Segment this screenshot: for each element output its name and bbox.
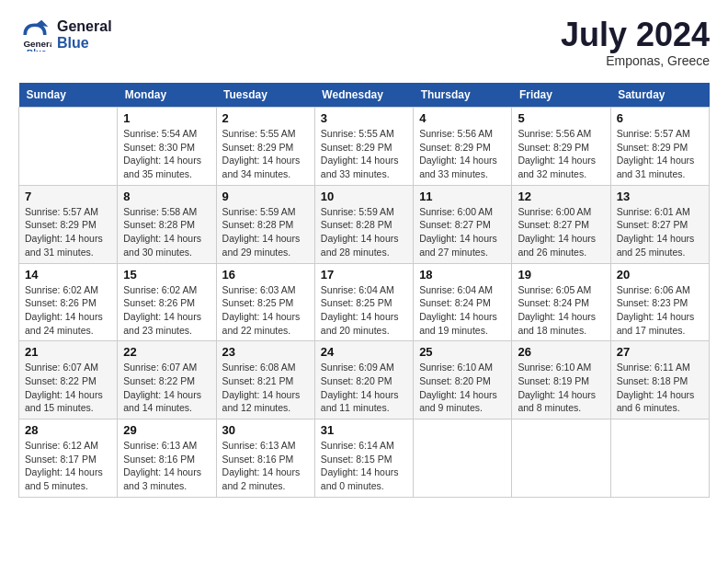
day-cell: 23Sunrise: 6:08 AM Sunset: 8:21 PM Dayli…: [216, 341, 314, 419]
day-number: 6: [617, 111, 703, 125]
day-number: 22: [123, 345, 210, 359]
day-info: Sunrise: 6:11 AM Sunset: 8:18 PM Dayligh…: [617, 361, 703, 415]
day-cell: [414, 419, 512, 498]
col-header-friday: Friday: [512, 83, 610, 108]
day-number: 25: [419, 345, 506, 359]
day-number: 9: [222, 190, 309, 203]
day-info: Sunrise: 6:10 AM Sunset: 8:19 PM Dayligh…: [518, 361, 604, 415]
day-info: Sunrise: 6:02 AM Sunset: 8:26 PM Dayligh…: [25, 283, 111, 338]
day-cell: [512, 419, 610, 498]
day-number: 12: [518, 190, 604, 203]
day-number: 24: [321, 345, 407, 359]
week-row-5: 28Sunrise: 6:12 AM Sunset: 8:17 PM Dayli…: [19, 419, 710, 498]
day-cell: 13Sunrise: 6:01 AM Sunset: 8:27 PM Dayli…: [610, 185, 709, 263]
day-cell: 7Sunrise: 5:57 AM Sunset: 8:29 PM Daylig…: [19, 185, 118, 263]
col-header-sunday: Sunday: [19, 83, 118, 108]
day-number: 13: [617, 190, 703, 203]
day-cell: 28Sunrise: 6:12 AM Sunset: 8:17 PM Dayli…: [19, 419, 118, 498]
day-info: Sunrise: 6:06 AM Sunset: 8:23 PM Dayligh…: [617, 283, 703, 338]
day-info: Sunrise: 6:05 AM Sunset: 8:24 PM Dayligh…: [518, 283, 604, 338]
day-number: 3: [321, 111, 407, 125]
day-info: Sunrise: 5:59 AM Sunset: 8:28 PM Dayligh…: [321, 205, 407, 259]
title-block: July 2024 Emponas, Greece: [561, 18, 710, 68]
day-info: Sunrise: 6:02 AM Sunset: 8:26 PM Dayligh…: [123, 283, 210, 338]
day-number: 23: [222, 345, 309, 359]
day-cell: 16Sunrise: 6:03 AM Sunset: 8:25 PM Dayli…: [216, 263, 314, 341]
col-header-wednesday: Wednesday: [314, 83, 413, 108]
week-row-1: 1Sunrise: 5:54 AM Sunset: 8:30 PM Daylig…: [19, 108, 710, 186]
day-cell: 2Sunrise: 5:55 AM Sunset: 8:29 PM Daylig…: [216, 108, 314, 186]
week-row-4: 21Sunrise: 6:07 AM Sunset: 8:22 PM Dayli…: [19, 341, 710, 419]
day-cell: [19, 108, 118, 186]
day-number: 8: [123, 190, 210, 203]
day-cell: 3Sunrise: 5:55 AM Sunset: 8:29 PM Daylig…: [314, 108, 413, 186]
day-number: 2: [222, 111, 309, 125]
day-number: 4: [419, 111, 506, 125]
day-number: 14: [25, 268, 111, 282]
day-info: Sunrise: 5:55 AM Sunset: 8:29 PM Dayligh…: [321, 127, 407, 181]
day-info: Sunrise: 6:13 AM Sunset: 8:16 PM Dayligh…: [123, 439, 210, 493]
day-number: 10: [321, 190, 407, 203]
day-number: 18: [419, 268, 506, 282]
logo-general: General: [57, 18, 112, 35]
day-info: Sunrise: 6:07 AM Sunset: 8:22 PM Dayligh…: [123, 361, 210, 415]
day-info: Sunrise: 6:08 AM Sunset: 8:21 PM Dayligh…: [222, 361, 309, 415]
day-info: Sunrise: 5:57 AM Sunset: 8:29 PM Dayligh…: [25, 205, 111, 259]
day-cell: 14Sunrise: 6:02 AM Sunset: 8:26 PM Dayli…: [19, 263, 118, 341]
col-header-monday: Monday: [118, 83, 216, 108]
month-title: July 2024: [561, 18, 710, 52]
day-info: Sunrise: 6:13 AM Sunset: 8:16 PM Dayligh…: [222, 439, 309, 493]
day-cell: 18Sunrise: 6:04 AM Sunset: 8:24 PM Dayli…: [414, 263, 512, 341]
day-number: 5: [518, 111, 604, 125]
day-info: Sunrise: 5:57 AM Sunset: 8:29 PM Dayligh…: [617, 127, 703, 181]
day-number: 28: [25, 423, 111, 437]
day-number: 7: [25, 190, 111, 203]
header-row: SundayMondayTuesdayWednesdayThursdayFrid…: [19, 83, 710, 108]
day-info: Sunrise: 5:58 AM Sunset: 8:28 PM Dayligh…: [123, 205, 210, 259]
day-info: Sunrise: 5:59 AM Sunset: 8:28 PM Dayligh…: [222, 205, 309, 259]
day-number: 11: [419, 190, 506, 203]
day-number: 19: [518, 268, 604, 282]
day-cell: 10Sunrise: 5:59 AM Sunset: 8:28 PM Dayli…: [314, 185, 413, 263]
day-number: 29: [123, 423, 210, 437]
day-cell: 22Sunrise: 6:07 AM Sunset: 8:22 PM Dayli…: [118, 341, 216, 419]
day-cell: 6Sunrise: 5:57 AM Sunset: 8:29 PM Daylig…: [610, 108, 709, 186]
day-cell: 8Sunrise: 5:58 AM Sunset: 8:28 PM Daylig…: [118, 185, 216, 263]
day-number: 26: [518, 345, 604, 359]
day-cell: 4Sunrise: 5:56 AM Sunset: 8:29 PM Daylig…: [414, 108, 512, 186]
day-number: 17: [321, 268, 407, 282]
svg-text:Blue: Blue: [27, 47, 47, 52]
day-info: Sunrise: 6:00 AM Sunset: 8:27 PM Dayligh…: [518, 205, 604, 259]
day-cell: 21Sunrise: 6:07 AM Sunset: 8:22 PM Dayli…: [19, 341, 118, 419]
day-info: Sunrise: 6:03 AM Sunset: 8:25 PM Dayligh…: [222, 283, 309, 338]
day-info: Sunrise: 6:14 AM Sunset: 8:15 PM Dayligh…: [321, 439, 407, 493]
day-info: Sunrise: 5:56 AM Sunset: 8:29 PM Dayligh…: [518, 127, 604, 181]
week-row-3: 14Sunrise: 6:02 AM Sunset: 8:26 PM Dayli…: [19, 263, 710, 341]
day-info: Sunrise: 5:55 AM Sunset: 8:29 PM Dayligh…: [222, 127, 309, 181]
day-cell: 20Sunrise: 6:06 AM Sunset: 8:23 PM Dayli…: [610, 263, 709, 341]
day-cell: 1Sunrise: 5:54 AM Sunset: 8:30 PM Daylig…: [118, 108, 216, 186]
day-cell: 15Sunrise: 6:02 AM Sunset: 8:26 PM Dayli…: [118, 263, 216, 341]
day-number: 31: [321, 423, 407, 437]
logo-blue: Blue: [57, 35, 112, 52]
day-cell: 31Sunrise: 6:14 AM Sunset: 8:15 PM Dayli…: [314, 419, 413, 498]
day-info: Sunrise: 6:12 AM Sunset: 8:17 PM Dayligh…: [25, 439, 111, 493]
col-header-thursday: Thursday: [414, 83, 512, 108]
page-header: General Blue General Blue July 2024 Empo…: [18, 18, 710, 68]
day-cell: 11Sunrise: 6:00 AM Sunset: 8:27 PM Dayli…: [414, 185, 512, 263]
day-cell: 29Sunrise: 6:13 AM Sunset: 8:16 PM Dayli…: [118, 419, 216, 498]
day-cell: 30Sunrise: 6:13 AM Sunset: 8:16 PM Dayli…: [216, 419, 314, 498]
day-cell: 17Sunrise: 6:04 AM Sunset: 8:25 PM Dayli…: [314, 263, 413, 341]
day-cell: 9Sunrise: 5:59 AM Sunset: 8:28 PM Daylig…: [216, 185, 314, 263]
day-info: Sunrise: 5:56 AM Sunset: 8:29 PM Dayligh…: [419, 127, 506, 181]
day-info: Sunrise: 6:07 AM Sunset: 8:22 PM Dayligh…: [25, 361, 111, 415]
day-cell: 24Sunrise: 6:09 AM Sunset: 8:20 PM Dayli…: [314, 341, 413, 419]
day-cell: 5Sunrise: 5:56 AM Sunset: 8:29 PM Daylig…: [512, 108, 610, 186]
logo: General Blue General Blue: [18, 18, 112, 52]
day-number: 21: [25, 345, 111, 359]
day-number: 30: [222, 423, 309, 437]
col-header-tuesday: Tuesday: [216, 83, 314, 108]
day-info: Sunrise: 5:54 AM Sunset: 8:30 PM Dayligh…: [123, 127, 210, 181]
day-info: Sunrise: 6:01 AM Sunset: 8:27 PM Dayligh…: [617, 205, 703, 259]
day-cell: 26Sunrise: 6:10 AM Sunset: 8:19 PM Dayli…: [512, 341, 610, 419]
